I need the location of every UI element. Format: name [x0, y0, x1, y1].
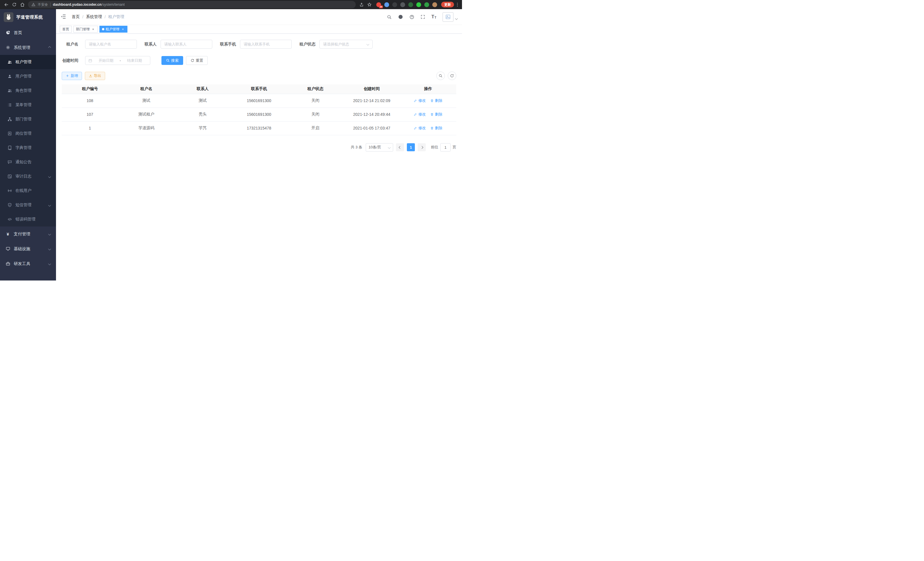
close-icon[interactable]: ×	[91, 27, 95, 31]
goto-page-input[interactable]	[440, 143, 451, 152]
extension-icon[interactable]	[424, 2, 429, 7]
browser-chrome: 不安全 dashboard.yudao.iocoder.cn/system/te…	[0, 0, 462, 9]
next-page-button[interactable]	[418, 143, 426, 151]
extension-icon[interactable]	[400, 2, 405, 7]
phone-input-wrap	[240, 40, 292, 49]
sidebar-item-label: 系统管理	[14, 45, 30, 50]
breadcrumb: 首页 / 系统管理 / 租户管理	[72, 14, 124, 20]
contact-input-wrap	[160, 40, 212, 49]
pagination-total: 共 3 条	[351, 145, 362, 150]
extension-icon[interactable]	[384, 2, 389, 7]
security-label: 不安全	[38, 2, 48, 7]
sidebar-item-audit-log[interactable]: 审计日志	[0, 169, 56, 183]
browser-reload-button[interactable]	[10, 1, 18, 9]
font-size-icon[interactable]: TT	[431, 15, 436, 19]
extension-icon[interactable]	[408, 2, 413, 7]
tags-view: 首页 部门管理 × 租户管理 ×	[56, 25, 462, 34]
chevron-down-icon	[48, 262, 51, 265]
export-button[interactable]: 导出	[85, 72, 105, 80]
extensions-area: 10	[376, 2, 437, 7]
extension-icon[interactable]: 10	[376, 2, 381, 7]
sidebar-item-post[interactable]: 岗位管理	[0, 126, 56, 141]
sidebar-item-home[interactable]: 首页	[0, 25, 56, 40]
page-number-button[interactable]: 1	[407, 143, 415, 151]
delete-link[interactable]: 删除	[430, 112, 442, 117]
address-bar[interactable]: 不安全 dashboard.yudao.iocoder.cn/system/te…	[28, 1, 356, 8]
sidebar-item-menu[interactable]: 菜单管理	[0, 98, 56, 112]
page-size-select[interactable]: 10条/页	[366, 143, 393, 152]
chevron-down-icon	[48, 175, 51, 178]
sidebar-item-label: 菜单管理	[15, 102, 32, 108]
tab-home[interactable]: 首页	[60, 26, 72, 33]
sidebar-item-user[interactable]: 用户管理	[0, 69, 56, 83]
breadcrumb-home[interactable]: 首页	[72, 14, 80, 20]
reset-button[interactable]: 重置	[186, 56, 208, 65]
edit-link[interactable]: 修改	[414, 112, 426, 117]
sidebar-item-notice[interactable]: 通知公告	[0, 155, 56, 169]
sidebar-item-dept[interactable]: 部门管理	[0, 112, 56, 126]
sidebar-item-label: 基础设施	[14, 246, 30, 252]
sidebar-item-dict[interactable]: 字典管理	[0, 141, 56, 155]
status-label: 租户状态	[299, 42, 320, 47]
status-select[interactable]: 请选择租户状态	[320, 40, 373, 49]
date-range-picker[interactable]: 开始日期 - 结束日期	[85, 56, 150, 65]
close-icon[interactable]: ×	[121, 27, 125, 31]
bookmark-star-icon[interactable]	[365, 1, 374, 9]
cell-status: 关闭	[287, 108, 344, 121]
sidebar-item-role[interactable]: 角色管理	[0, 83, 56, 98]
toggle-search-icon[interactable]	[436, 71, 445, 80]
top-navbar: 首页 / 系统管理 / 租户管理 TT	[56, 9, 462, 25]
code-icon	[7, 217, 12, 222]
search-button[interactable]: 搜索	[161, 56, 183, 65]
delete-link[interactable]: 删除	[430, 126, 442, 131]
browser-home-button[interactable]	[18, 1, 26, 9]
sidebar-item-system[interactable]: 系统管理	[0, 40, 56, 55]
fullscreen-icon[interactable]	[421, 15, 425, 19]
sidebar-item-tenant[interactable]: 租户管理	[0, 55, 56, 69]
sidebar-item-label: 岗位管理	[15, 131, 32, 136]
user-avatar-dropdown[interactable]	[442, 12, 458, 22]
phone-input[interactable]	[244, 42, 288, 46]
sidebar-item-label: 在线用户	[15, 188, 32, 193]
sidebar-collapse-icon[interactable]	[61, 14, 67, 20]
column-header-contact: 联系人	[175, 84, 231, 94]
share-icon[interactable]	[357, 1, 365, 9]
shield-icon	[7, 203, 12, 208]
cell-tenant-id: 107	[62, 108, 118, 121]
browser-back-button[interactable]	[2, 1, 10, 9]
tab-tenant[interactable]: 租户管理 ×	[99, 26, 128, 33]
extension-icon[interactable]	[416, 2, 421, 7]
browser-menu-icon[interactable]: ⋮	[455, 2, 460, 7]
breadcrumb-section[interactable]: 系统管理	[86, 14, 102, 20]
cell-created: 2021-12-14 21:02:09	[344, 94, 400, 108]
chevron-right-icon	[420, 146, 423, 149]
edit-link[interactable]: 修改	[414, 126, 426, 131]
sidebar-item-sms[interactable]: 短信管理	[0, 198, 56, 212]
sidebar-item-infra[interactable]: 基础设施	[0, 241, 56, 256]
sidebar-item-payment[interactable]: ¥ 支付管理	[0, 226, 56, 241]
pagination: 共 3 条 10条/页 1 前往 页	[62, 143, 456, 152]
contact-input[interactable]	[164, 42, 208, 46]
tab-dept[interactable]: 部门管理 ×	[74, 26, 98, 33]
prev-page-button[interactable]	[396, 143, 404, 151]
user-group-icon	[7, 88, 12, 93]
table-row: 108 测试 测试 15601691300 关闭 2021-12-14 21:0…	[62, 94, 456, 108]
extension-icon[interactable]	[392, 2, 397, 7]
profile-avatar[interactable]	[432, 2, 437, 7]
sidebar-item-error-code[interactable]: 错误码管理	[0, 212, 56, 226]
sidebar-menu: 首页 系统管理 租户管理 用户管理 角色管理	[0, 25, 56, 271]
browser-update-button[interactable]: 更新	[441, 2, 454, 8]
sidebar-item-label: 角色管理	[15, 88, 32, 93]
sidebar-item-dev-tools[interactable]: 研发工具	[0, 256, 56, 271]
help-icon[interactable]	[410, 15, 414, 20]
refresh-icon[interactable]	[448, 71, 456, 80]
add-button[interactable]: 新增	[62, 72, 82, 80]
tenant-name-input[interactable]	[89, 42, 133, 46]
search-icon[interactable]	[387, 15, 392, 20]
filter-create-time: 创建时间 开始日期 - 结束日期	[62, 56, 150, 65]
edit-link[interactable]: 修改	[414, 98, 426, 103]
cell-phone: 17321315478	[231, 121, 287, 135]
delete-link[interactable]: 删除	[430, 98, 442, 103]
sidebar-item-online-user[interactable]: 在线用户	[0, 183, 56, 198]
github-icon[interactable]	[398, 14, 403, 20]
